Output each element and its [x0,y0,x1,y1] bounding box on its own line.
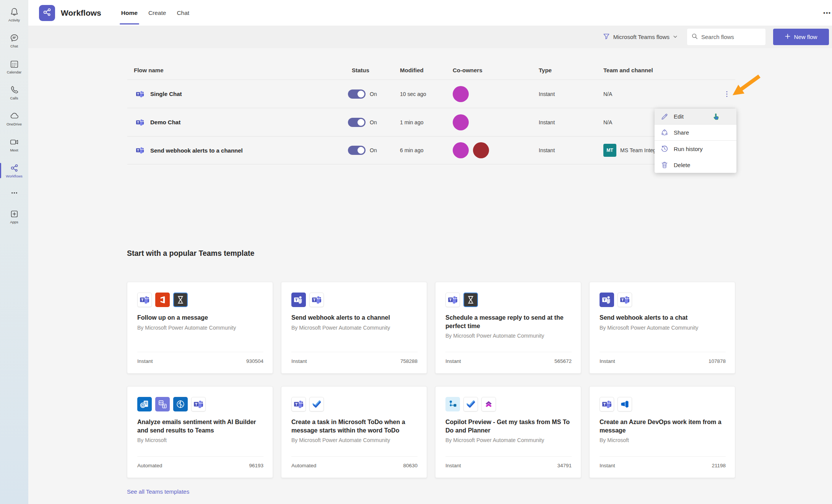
template-cards: Follow up on a message By Microsoft Powe… [127,282,735,478]
menu-item-edit[interactable]: Edit [655,109,736,125]
template-card[interactable]: Create a task in Microsoft ToDo when a m… [281,386,427,478]
teams-icon [309,293,324,307]
rail-item-calendar[interactable]: Calendar [0,54,28,80]
table-row[interactable]: Single Chat On 10 sec ago Instant N/A [127,80,735,108]
hourglass-icon [173,293,188,307]
status-toggle[interactable] [348,118,366,127]
column-header: Team and channel [603,67,710,80]
search-input[interactable] [701,34,761,40]
template-author: By Microsoft Power Automate Community [137,325,263,331]
workflows-app-icon [39,5,55,21]
rail-icon [10,111,19,121]
table-row[interactable]: Demo Chat On 1 min ago Instant N/A [127,108,735,136]
template-card[interactable]: Analyze emails sentiment with AI Builder… [127,386,273,478]
menu-item-run-history[interactable]: Run history [655,141,736,157]
toggle-knob [358,119,364,126]
aibuilder-icon [155,397,170,411]
status-label: On [370,147,377,153]
connector-icons [291,397,418,411]
table-header: Flow nameStatusModifiedCo-ownersTypeTeam… [127,56,735,80]
tab-chat[interactable]: Chat [171,0,195,26]
connector-icons [291,293,418,307]
annotation-arrow [730,73,763,99]
column-header: Type [539,67,603,80]
template-uses-count: 96193 [249,463,263,468]
template-title: Send webhook alerts to a channel [291,314,418,322]
see-all-templates-link[interactable]: See all Teams templates [127,488,189,495]
rail-item-workflows[interactable]: Workflows [0,158,28,184]
flow-name-cell: Send webhook alerts to a channel [127,146,348,154]
flowchart-icon [445,397,460,411]
menu-item-delete[interactable]: Delete [655,157,736,173]
flows-filter-dropdown[interactable]: Microsoft Teams flows [603,33,678,41]
rail-item-activity[interactable]: Activity [0,2,28,28]
search-box[interactable] [687,29,765,45]
todo-icon [463,397,478,411]
tab-create[interactable]: Create [143,0,172,26]
context-menu: Edit Share Run history Delete [655,109,736,173]
rail-icon [10,163,19,173]
column-header: Status [348,67,400,80]
team-label: MS Team Integ [620,147,656,153]
tab-label: Home [121,10,138,16]
tab-home[interactable]: Home [116,0,143,26]
template-card[interactable]: Schedule a message reply to send at the … [435,282,581,374]
new-flow-button[interactable]: New flow [773,29,829,45]
rail-item-more[interactable] [0,184,28,203]
type-cell: Instant [539,147,603,153]
flow-name: Single Chat [150,91,182,97]
teams-icon [191,397,206,411]
template-uses-count: 80630 [403,463,418,468]
menu-item-label: Share [674,129,689,136]
flows-toolbar: Microsoft Teams flows New flow [28,26,832,48]
status-cell: On [348,118,400,127]
column-header: Modified [400,67,453,80]
table-row[interactable]: Send webhook alerts to a channel On 6 mi… [127,136,735,164]
template-card[interactable]: Send webhook alerts to a channel By Micr… [281,282,427,374]
rail-icon [10,59,19,69]
template-footer: Automated 96193 [137,456,263,475]
template-type: Automated [291,463,316,468]
template-title: Schedule a message reply to send at the … [445,314,572,330]
template-author: By Microsoft Power Automate Community [445,333,572,339]
template-card[interactable]: Copilot Preview - Get my tasks from MS T… [435,386,581,478]
template-card[interactable]: Send webhook alerts to a chat By Microso… [589,282,735,374]
template-author: By Microsoft Power Automate Community [291,437,418,443]
template-footer: Instant 107878 [600,352,726,370]
teams-icon [136,90,144,98]
rail-item-calls[interactable]: Calls [0,80,28,106]
template-type: Instant [600,358,615,364]
app-rail: Activity Chat Calendar Calls OneDrive Me… [0,0,28,504]
template-card[interactable]: Create an Azure DevOps work item from a … [589,386,735,478]
template-footer: Automated 80630 [291,456,418,475]
template-title: Create a task in Microsoft ToDo when a m… [291,418,418,434]
rail-item-meet[interactable]: Meet [0,132,28,158]
rail-item-label: Meet [10,148,18,152]
template-title: Analyze emails sentiment with AI Builder… [137,418,263,434]
office-icon [155,293,170,307]
type-cell: Instant [539,119,603,125]
type-cell: Instant [539,91,603,97]
menu-item-label: Run history [674,146,703,152]
template-uses-count: 107878 [708,358,726,364]
teams-icon [445,293,460,307]
template-card[interactable]: Follow up on a message By Microsoft Powe… [127,282,273,374]
connector-icons [445,397,572,411]
rail-item-chat[interactable]: Chat [0,28,28,54]
modified-cell: 1 min ago [400,119,453,125]
templates-heading: Start with a popular Teams template [127,249,254,258]
status-label: On [370,119,377,125]
more-options-button[interactable] [724,88,730,100]
connector-icons [600,293,726,307]
header-more-icon[interactable]: ••• [823,10,831,16]
menu-item-share[interactable]: Share [655,125,736,141]
status-toggle[interactable] [348,89,366,99]
team-badge: MT [603,144,616,157]
menu-item-icon [661,145,668,153]
teams-icon [137,293,152,307]
rail-icon [10,85,19,95]
status-toggle[interactable] [348,146,366,155]
template-uses-count: 930504 [246,358,263,364]
rail-item-apps[interactable]: Apps [0,203,28,229]
rail-item-onedrive[interactable]: OneDrive [0,106,28,132]
